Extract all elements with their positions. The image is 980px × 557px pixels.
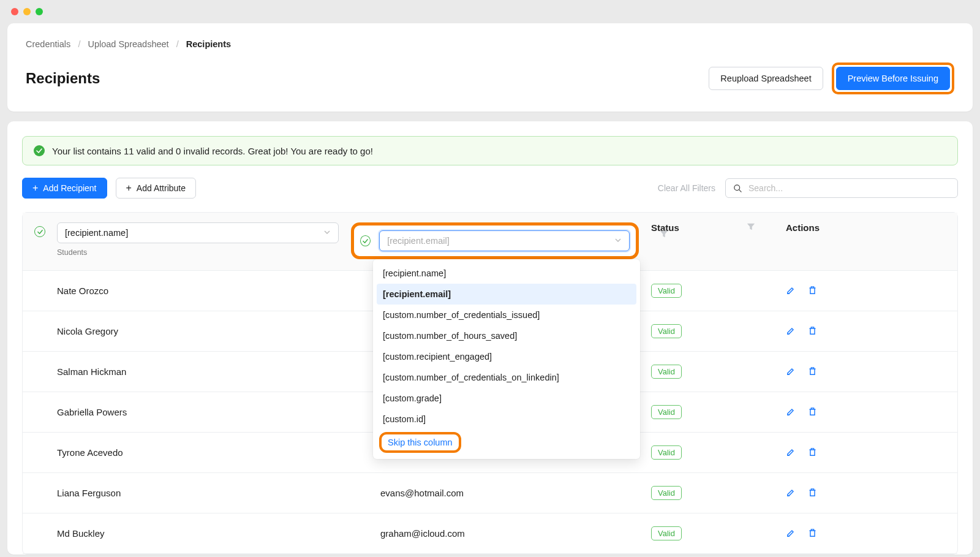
page-title: Recipients [26, 70, 100, 87]
highlight-ring: Skip this column [379, 432, 461, 453]
status-badge: Valid [651, 445, 682, 460]
delete-icon[interactable] [807, 366, 818, 378]
alert-text: Your list contains 11 valid and 0 invali… [52, 146, 373, 156]
reupload-spreadsheet-button[interactable]: Reupload Spreadsheet [709, 67, 823, 90]
edit-icon[interactable] [786, 285, 796, 297]
plus-icon: + [32, 183, 38, 193]
header-card: Credentials / Upload Spreadsheet / Recip… [7, 23, 973, 112]
highlight-ring: Preview Before Issuing [832, 63, 954, 94]
delete-icon[interactable] [807, 447, 818, 459]
table-row: Liana Fergusonevans@hotmail.comValid [23, 473, 957, 513]
window-zoom-button[interactable] [36, 8, 43, 15]
success-alert: Your list contains 11 valid and 0 invali… [22, 136, 958, 165]
recipient-email-cell: graham@icloud.com [351, 528, 465, 539]
status-badge: Valid [651, 284, 682, 298]
svg-line-1 [739, 189, 741, 192]
table-row: Md Buckleygraham@icloud.comValid [23, 513, 957, 554]
dropdown-option[interactable]: [custom.grade] [377, 388, 636, 409]
delete-icon[interactable] [807, 487, 818, 499]
table-header-row: [recipient.name] Students [recipient.ema [23, 213, 957, 271]
window-titlebar [0, 0, 980, 23]
delete-icon[interactable] [807, 325, 818, 338]
window-minimize-button[interactable] [23, 8, 31, 15]
edit-icon[interactable] [786, 406, 796, 419]
add-attribute-button[interactable]: + Add Attribute [116, 178, 197, 199]
clear-all-filters-link[interactable]: Clear All Filters [658, 183, 715, 193]
status-badge: Valid [651, 526, 682, 540]
breadcrumb-separator: / [176, 39, 179, 49]
dropdown-option[interactable]: [custom.number_of_credentials_on_linkedi… [377, 367, 636, 388]
add-attribute-label: Add Attribute [137, 183, 186, 193]
recipient-email-cell: evans@hotmail.com [351, 488, 464, 498]
search-input[interactable] [748, 183, 950, 193]
delete-icon[interactable] [807, 406, 818, 419]
dropdown-option[interactable]: [custom.id] [377, 409, 636, 430]
column-mapping-dropdown: [recipient.name][recipient.email][custom… [373, 259, 640, 459]
status-badge: Valid [651, 486, 682, 500]
dropdown-option[interactable]: [custom.recipient_engaged] [377, 346, 636, 367]
highlight-ring: [recipient.email] [351, 222, 639, 259]
search-input-wrapper[interactable] [725, 178, 958, 198]
edit-icon[interactable] [786, 447, 796, 459]
column-2-placeholder: [recipient.email] [387, 236, 450, 246]
recipient-name-cell: Liana Ferguson [57, 488, 121, 498]
main-card: Your list contains 11 valid and 0 invali… [7, 121, 973, 555]
column-1-selected-value: [recipient.name] [65, 228, 128, 238]
chevron-down-icon [323, 228, 331, 238]
status-badge: Valid [651, 324, 682, 338]
app-window: Credentials / Upload Spreadsheet / Recip… [0, 0, 980, 557]
breadcrumb: Credentials / Upload Spreadsheet / Recip… [26, 39, 954, 49]
breadcrumb-separator: / [78, 39, 80, 49]
status-badge: Valid [651, 405, 682, 419]
filter-icon[interactable] [660, 230, 668, 240]
edit-icon[interactable] [786, 487, 796, 499]
recipient-name-cell: Gabriella Powers [57, 407, 127, 417]
dropdown-option[interactable]: [recipient.email] [377, 284, 636, 305]
filter-icon[interactable] [747, 222, 755, 233]
recipient-name-cell: Salman Hickman [57, 366, 126, 377]
dropdown-option[interactable]: [custom.number_of_hours_saved] [377, 325, 636, 346]
search-icon [733, 184, 742, 193]
recipient-name-cell: Nicola Gregory [57, 326, 118, 336]
recipient-name-cell: Nate Orozco [57, 286, 108, 296]
window-close-button[interactable] [11, 8, 18, 15]
chevron-down-icon [614, 236, 622, 246]
skip-column-link[interactable]: Skip this column [388, 438, 453, 447]
add-recipient-label: Add Recipient [43, 183, 96, 193]
column-2-mapping-select[interactable]: [recipient.email] [379, 230, 630, 251]
column-1-sublabel: Students [57, 248, 339, 257]
actions-column-header: Actions [786, 222, 820, 233]
check-circle-outline-icon [34, 226, 45, 237]
breadcrumb-link-2[interactable]: Upload Spreadsheet [88, 39, 168, 49]
delete-icon[interactable] [807, 285, 818, 297]
delete-icon[interactable] [807, 528, 818, 540]
header-actions: Reupload Spreadsheet Preview Before Issu… [709, 63, 954, 94]
column-1-mapping-select[interactable]: [recipient.name] [57, 222, 339, 243]
dropdown-option[interactable]: [recipient.name] [377, 263, 636, 284]
recipient-name-cell: Md Buckley [57, 528, 105, 539]
status-badge: Valid [651, 365, 682, 379]
edit-icon[interactable] [786, 325, 796, 338]
check-circle-icon [34, 145, 45, 156]
add-recipient-button[interactable]: + Add Recipient [22, 178, 107, 199]
preview-before-issuing-button[interactable]: Preview Before Issuing [836, 67, 950, 90]
toolbar: + Add Recipient + Add Attribute Clear Al… [22, 178, 958, 199]
edit-icon[interactable] [786, 366, 796, 378]
recipients-table: [recipient.name] Students [recipient.ema [22, 212, 958, 555]
plus-icon: + [126, 183, 132, 193]
recipient-name-cell: Tyrone Acevedo [57, 447, 123, 458]
edit-icon[interactable] [786, 528, 796, 540]
breadcrumb-link-1[interactable]: Credentials [26, 39, 70, 49]
breadcrumb-current: Recipients [186, 39, 231, 49]
check-circle-outline-icon [360, 235, 371, 246]
dropdown-option[interactable]: [custom.number_of_credentials_issued] [377, 305, 636, 325]
